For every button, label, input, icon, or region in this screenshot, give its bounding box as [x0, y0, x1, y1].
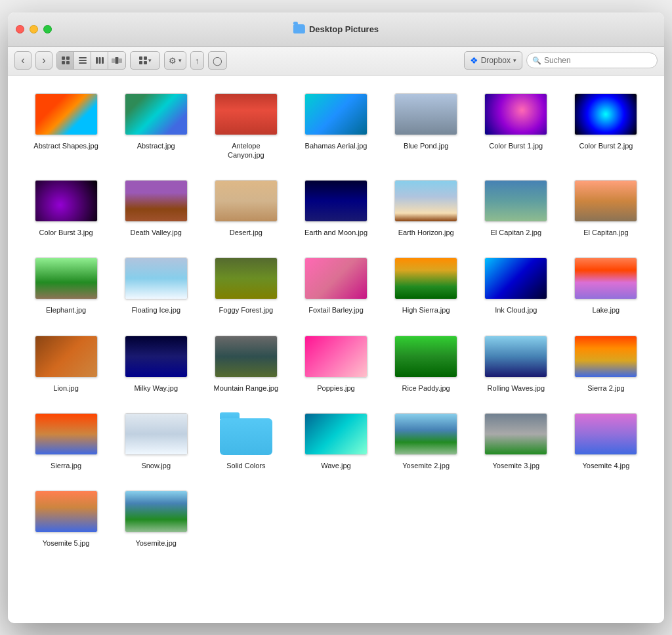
- file-thumbnail: [125, 180, 188, 222]
- file-item[interactable]: Snow.jpg: [111, 408, 201, 473]
- file-thumbnail: [574, 180, 637, 222]
- thumbnail-wrapper: [33, 91, 99, 137]
- file-item[interactable]: Rolling Waves.jpg: [471, 331, 561, 395]
- file-item[interactable]: Wave.jpg: [291, 408, 381, 473]
- file-label: Death Valley.jpg: [130, 228, 181, 237]
- file-item[interactable]: Sierra 2.jpg: [561, 331, 651, 395]
- thumbnail-image: [485, 336, 547, 377]
- thumbnail-image: [35, 336, 97, 377]
- group-view-button[interactable]: ▾: [131, 52, 159, 69]
- file-item[interactable]: Mountain Range.jpg: [201, 331, 291, 395]
- gear-button[interactable]: ⚙ ▾: [164, 51, 186, 70]
- thumbnail-image: [575, 336, 637, 377]
- view-cover-button[interactable]: [108, 52, 125, 69]
- file-item[interactable]: High Sierra.jpg: [381, 253, 471, 317]
- file-thumbnail: [215, 180, 278, 222]
- file-item[interactable]: Lake.jpg: [561, 253, 651, 317]
- svg-rect-4: [79, 57, 87, 58]
- thumbnail-wrapper: [213, 255, 279, 301]
- file-item[interactable]: El Capitan 2.jpg: [471, 175, 561, 240]
- maximize-button[interactable]: [43, 25, 52, 33]
- svg-rect-12: [119, 58, 122, 63]
- file-item[interactable]: Poppies.jpg: [291, 331, 381, 395]
- thumbnail-image: [305, 181, 367, 221]
- file-item[interactable]: Milky Way.jpg: [111, 331, 201, 395]
- file-label: Color Burst 1.jpg: [489, 141, 543, 150]
- file-label: El Capitan 2.jpg: [490, 228, 541, 237]
- share-button[interactable]: ↑: [190, 51, 204, 70]
- file-thumbnail: [394, 413, 457, 455]
- file-item[interactable]: Earth Horizon.jpg: [381, 175, 471, 240]
- thumbnail-image: [215, 181, 277, 221]
- file-label: Color Burst 2.jpg: [579, 141, 633, 150]
- file-item[interactable]: Yosemite 3.jpg: [471, 408, 561, 473]
- thumbnail-wrapper: [483, 255, 549, 301]
- folder-body: [220, 418, 272, 455]
- file-item[interactable]: Color Burst 2.jpg: [561, 89, 651, 163]
- minimize-button[interactable]: [30, 25, 38, 33]
- forward-button[interactable]: ›: [35, 51, 52, 70]
- file-item[interactable]: Abstract Shapes.jpg: [21, 89, 111, 163]
- file-item[interactable]: Lion.jpg: [21, 331, 111, 395]
- file-label: Poppies.jpg: [317, 383, 355, 393]
- file-item[interactable]: El Capitan.jpg: [561, 175, 651, 240]
- file-item[interactable]: Color Burst 3.jpg: [21, 175, 111, 240]
- file-item[interactable]: Foggy Forest.jpg: [201, 253, 291, 317]
- file-item[interactable]: Ink Cloud.jpg: [471, 253, 561, 317]
- file-item[interactable]: Floating Ice.jpg: [111, 253, 201, 317]
- thumbnail-wrapper: [573, 334, 639, 380]
- folder-icon: [293, 24, 305, 33]
- thumbnail-image: [35, 414, 97, 454]
- thumbnail-wrapper: [33, 411, 99, 457]
- file-item[interactable]: Yosemite.jpg: [111, 486, 201, 550]
- file-item[interactable]: Bahamas Aerial.jpg: [291, 89, 381, 163]
- thumbnail-image: [35, 94, 97, 135]
- titlebar: Desktop Pictures: [8, 12, 664, 47]
- dropbox-button[interactable]: ❖ Dropbox ▾: [464, 51, 522, 70]
- file-label: Earth and Moon.jpg: [304, 228, 368, 237]
- thumbnail-image: [395, 94, 457, 135]
- thumbnail-image: [125, 491, 187, 532]
- file-item[interactable]: Foxtail Barley.jpg: [291, 253, 381, 317]
- svg-rect-13: [139, 56, 142, 60]
- file-content-area: Abstract Shapes.jpgAbstract.jpgAntelope …: [8, 76, 664, 623]
- file-item[interactable]: Yosemite 4.jpg: [561, 408, 651, 473]
- file-item[interactable]: Death Valley.jpg: [111, 175, 201, 240]
- window-title: Desktop Pictures: [293, 24, 379, 34]
- thumbnail-image: [305, 414, 367, 454]
- file-thumbnail: [394, 257, 457, 299]
- file-item[interactable]: Rice Paddy.jpg: [381, 331, 471, 395]
- file-item[interactable]: Desert.jpg: [201, 175, 291, 240]
- file-item[interactable]: Abstract.jpg: [111, 89, 201, 163]
- file-thumbnail: [484, 93, 547, 135]
- file-item[interactable]: Blue Pond.jpg: [381, 89, 471, 163]
- thumbnail-image: [395, 181, 457, 221]
- file-item[interactable]: Earth and Moon.jpg: [291, 175, 381, 240]
- view-buttons: [56, 51, 126, 70]
- back-button[interactable]: ‹: [14, 51, 32, 70]
- search-box[interactable]: 🔍: [526, 53, 658, 68]
- file-item[interactable]: Sierra.jpg: [21, 408, 111, 473]
- thumbnail-wrapper: [213, 91, 279, 137]
- file-item[interactable]: Yosemite 5.jpg: [21, 486, 111, 550]
- thumbnail-image: [35, 491, 97, 532]
- thumbnail-wrapper: [393, 334, 459, 380]
- file-item[interactable]: Color Burst 1.jpg: [471, 89, 561, 163]
- view-column-button[interactable]: [91, 52, 108, 69]
- back-icon: ‹: [21, 55, 24, 66]
- thumbnail-image: [575, 181, 637, 221]
- tag-button[interactable]: ◯: [208, 51, 227, 70]
- share-icon: ↑: [195, 56, 200, 66]
- close-button[interactable]: [16, 25, 24, 33]
- file-item[interactable]: Solid Colors: [201, 408, 291, 473]
- search-input[interactable]: [544, 56, 652, 65]
- file-item[interactable]: Yosemite 2.jpg: [381, 408, 471, 473]
- thumbnail-image: [395, 258, 457, 299]
- thumbnail-image: [395, 414, 457, 454]
- file-thumbnail: [125, 413, 188, 455]
- file-item[interactable]: Antelope Canyon.jpg: [201, 89, 291, 163]
- file-item[interactable]: Elephant.jpg: [21, 253, 111, 317]
- view-icon-button[interactable]: [57, 52, 74, 69]
- thumbnail-wrapper: [123, 334, 189, 380]
- view-list-button[interactable]: [74, 52, 91, 69]
